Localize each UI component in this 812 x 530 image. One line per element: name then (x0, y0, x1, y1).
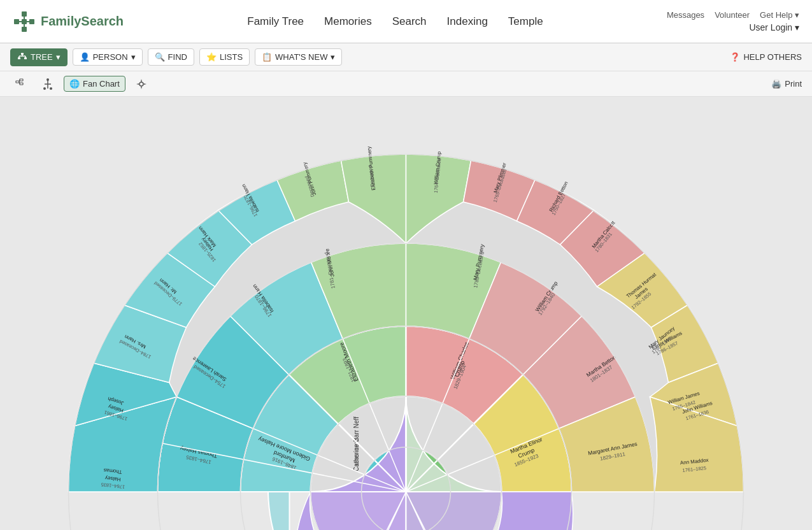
svg-point-24 (43, 87, 46, 90)
fan-icon: 🌐 (69, 79, 80, 89)
svg-rect-2 (29, 19, 34, 24)
person-icon: 👤 (80, 52, 90, 62)
find-label: FIND (168, 52, 187, 62)
whats-new-icon: 📋 (262, 52, 272, 62)
nav-indexing[interactable]: Indexing (447, 15, 488, 28)
nav-search[interactable]: Search (392, 15, 427, 28)
fan-chart-area: Victor Emanuel Mumford 1885–1973 Catheri… (0, 97, 812, 530)
lists-button[interactable]: ⭐ LISTS (199, 48, 250, 66)
tree-dropdown-icon: ▾ (56, 52, 61, 62)
find-button[interactable]: 🔍 FIND (148, 48, 194, 66)
person-label: PERSON (93, 52, 128, 62)
svg-rect-4 (22, 27, 27, 32)
volunteer-link[interactable]: Volunteer (715, 10, 750, 20)
logo[interactable]: FamilySearch (13, 10, 124, 33)
svg-rect-17 (20, 79, 23, 81)
find-icon: 🔍 (155, 52, 165, 62)
svg-rect-1 (14, 19, 19, 24)
help-others-label: HELP OTHERS (743, 52, 802, 62)
tree-button[interactable]: TREE ▾ (10, 48, 68, 66)
svg-rect-16 (16, 81, 19, 83)
logo-text: FamilySearch (41, 14, 124, 29)
settings-button[interactable] (131, 76, 152, 92)
descendant-view-button[interactable] (37, 76, 59, 92)
svg-line-19 (19, 80, 20, 82)
svg-line-20 (19, 82, 20, 83)
nav-memories[interactable]: Memories (324, 15, 372, 28)
svg-rect-10 (18, 57, 20, 59)
fan-chart-button[interactable]: 🌐 Fan Chart (64, 76, 125, 92)
lists-label: LISTS (220, 52, 243, 62)
header: FamilySearch Family Tree Memories Search… (0, 0, 812, 43)
settings-icon (136, 78, 147, 90)
svg-rect-3 (22, 19, 27, 24)
svg-point-23 (46, 78, 49, 81)
tree-label: TREE (31, 52, 53, 62)
svg-rect-11 (24, 57, 27, 59)
pedigree-icon (15, 78, 27, 90)
sub-toolbar: 🌐 Fan Chart 🖨️ Print (0, 71, 812, 97)
nav-family-tree[interactable]: Family Tree (247, 15, 304, 28)
tree-icon (17, 52, 27, 62)
svg-rect-9 (21, 53, 24, 55)
fan-chart-svg[interactable]: Victor Emanuel Mumford 1885–1973 Catheri… (0, 97, 812, 530)
whats-new-button[interactable]: 📋 WHAT'S NEW ▾ (255, 48, 342, 66)
fan-chart-label: Fan Chart (83, 79, 120, 89)
whats-new-label: WHAT'S NEW (275, 52, 327, 62)
svg-point-26 (139, 82, 143, 86)
top-links: Messages Volunteer Get Help ▾ (667, 10, 799, 20)
print-label: Print (785, 79, 802, 89)
svg-point-25 (50, 87, 52, 90)
pedigree-view-button[interactable] (10, 76, 32, 92)
user-login[interactable]: User Login ▾ (749, 22, 799, 32)
main-nav: Family Tree Memories Search Indexing Tem… (247, 15, 543, 28)
whats-new-dropdown-icon: ▾ (331, 52, 335, 62)
svg-rect-0 (22, 11, 27, 17)
print-button[interactable]: 🖨️ Print (771, 79, 802, 89)
logo-icon (13, 10, 36, 33)
svg-rect-18 (20, 83, 23, 85)
person-button[interactable]: 👤 PERSON ▾ (73, 48, 143, 66)
help-others-button[interactable]: ❓ HELP OTHERS (730, 52, 802, 62)
get-help-link[interactable]: Get Help ▾ (760, 10, 799, 20)
lists-icon: ⭐ (206, 52, 217, 62)
person-dropdown-icon: ▾ (131, 52, 136, 62)
help-others-icon: ❓ (730, 52, 740, 62)
nav-temple[interactable]: Temple (508, 15, 543, 28)
toolbar: TREE ▾ 👤 PERSON ▾ 🔍 FIND ⭐ LISTS 📋 WHAT'… (0, 43, 812, 71)
print-icon: 🖨️ (771, 79, 781, 89)
messages-link[interactable]: Messages (667, 10, 704, 20)
descendant-icon (42, 78, 53, 90)
top-right: Messages Volunteer Get Help ▾ User Login… (667, 10, 799, 32)
